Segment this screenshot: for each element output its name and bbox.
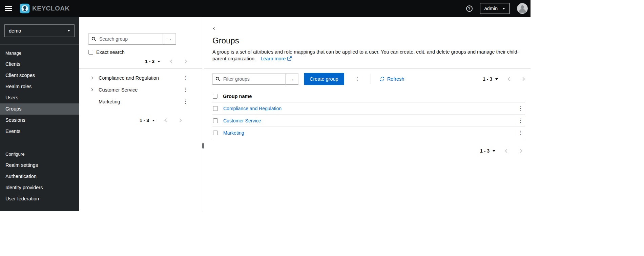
groups-page: Groups A group is a set of attributes an… xyxy=(204,17,531,211)
divider xyxy=(79,68,202,69)
group-tree-panel: → Exact search 1 - 3 Compliance and Regu… xyxy=(79,17,202,211)
external-link-icon xyxy=(287,56,292,62)
nav-section-title: Configure xyxy=(0,146,79,160)
row-checkbox[interactable] xyxy=(213,118,218,123)
table-row: Compliance and Regulation ⋮ xyxy=(212,102,525,115)
sidebar-item-user-federation[interactable]: User federation xyxy=(0,193,79,204)
group-tree: Compliance and Regulation ⋮ Customer Ser… xyxy=(79,72,202,107)
kebab-menu-icon[interactable]: ⋮ xyxy=(181,98,190,105)
group-name-link[interactable]: Compliance and Regulation xyxy=(223,106,282,111)
tree-item-label[interactable]: Customer Service xyxy=(99,87,181,93)
column-header-group-name: Group name xyxy=(223,94,252,99)
expand-toggle-icon[interactable] xyxy=(90,77,96,79)
angle-left-icon xyxy=(213,27,216,30)
keycloak-logo[interactable]: KEYCLOAK xyxy=(20,3,70,14)
caret-down-icon xyxy=(67,30,70,32)
realm-selector[interactable]: demo xyxy=(4,24,75,37)
row-checkbox[interactable] xyxy=(213,131,218,135)
expand-toggle-icon[interactable] xyxy=(90,89,96,91)
caret-down-icon xyxy=(152,120,155,121)
filter-submit-button[interactable]: → xyxy=(286,73,298,85)
toolbar-kebab-icon[interactable]: ⋮ xyxy=(353,76,362,82)
tree-item[interactable]: Customer Service ⋮ xyxy=(79,84,202,96)
filter-group: → xyxy=(212,73,298,85)
sidebar-nav: demo Manage Clients Client scopes Realm … xyxy=(0,17,79,211)
exact-search-checkbox[interactable] xyxy=(88,50,93,55)
angle-right-icon xyxy=(178,118,182,122)
page-title: Groups xyxy=(212,36,525,45)
angle-right-icon xyxy=(183,59,187,63)
tree-search-group: → xyxy=(88,33,202,45)
prev-page-button[interactable] xyxy=(170,59,174,63)
sidebar-item-authentication[interactable]: Authentication xyxy=(0,171,79,182)
page-body: demo Manage Clients Client scopes Realm … xyxy=(0,17,531,211)
masthead-actions: ? admin xyxy=(466,3,528,14)
sidebar-item-groups[interactable]: Groups xyxy=(0,103,79,115)
next-page-button[interactable] xyxy=(183,59,187,63)
keycloak-admin-console: KEYCLOAK ? admin demo xyxy=(0,0,531,211)
sidebar-item-identity-providers[interactable]: Identity providers xyxy=(0,182,79,193)
learn-more-link[interactable]: Learn more xyxy=(261,56,292,61)
refresh-icon xyxy=(380,77,385,81)
angle-left-icon xyxy=(505,149,508,153)
kebab-menu-icon[interactable]: ⋮ xyxy=(181,75,190,81)
tree-item[interactable]: Compliance and Regulation ⋮ xyxy=(79,72,202,84)
tree-item[interactable]: Marketing ⋮ xyxy=(79,96,202,107)
group-name-link[interactable]: Customer Service xyxy=(223,118,261,123)
refresh-button[interactable]: Refresh xyxy=(380,76,404,82)
tree-item-label[interactable]: Compliance and Regulation xyxy=(99,75,181,81)
splitter-grip-icon[interactable] xyxy=(202,143,204,149)
angle-left-icon xyxy=(164,118,168,122)
realm-selector-value: demo xyxy=(9,28,21,34)
angle-left-icon xyxy=(507,77,511,81)
groups-table: Group name Compliance and Regulation ⋮ C… xyxy=(212,90,525,139)
prev-page-button[interactable] xyxy=(164,118,168,122)
tree-search-input[interactable] xyxy=(88,33,163,45)
pagination-menu-toggle[interactable]: 1 - 3 xyxy=(145,59,160,64)
next-page-button[interactable] xyxy=(521,77,525,81)
avatar[interactable] xyxy=(517,3,528,14)
group-name-link[interactable]: Marketing xyxy=(223,130,244,136)
refresh-label: Refresh xyxy=(387,76,404,82)
table-pagination-top: 1 - 3 xyxy=(483,76,525,82)
row-checkbox[interactable] xyxy=(213,106,218,111)
filter-groups-input[interactable] xyxy=(212,73,286,85)
next-page-button[interactable] xyxy=(178,118,182,122)
nav-section-manage: Manage Clients Client scopes Realm roles… xyxy=(0,45,79,137)
keycloak-logo-icon xyxy=(20,3,30,14)
row-kebab-icon[interactable]: ⋮ xyxy=(516,105,525,112)
tree-item-label[interactable]: Marketing xyxy=(99,99,181,104)
pagination-menu-toggle[interactable]: 1 - 3 xyxy=(480,148,495,154)
sidebar-item-realm-settings[interactable]: Realm settings xyxy=(0,160,79,171)
prev-page-button[interactable] xyxy=(505,149,509,153)
divider xyxy=(371,74,371,84)
collapse-tree-button[interactable] xyxy=(212,26,216,31)
create-group-button[interactable]: Create group xyxy=(304,73,344,85)
angle-left-icon xyxy=(170,59,173,63)
panel-splitter[interactable] xyxy=(202,17,204,211)
help-icon[interactable]: ? xyxy=(466,5,473,12)
pagination-menu-toggle[interactable]: 1 - 3 xyxy=(140,118,155,123)
nav-section-configure: Configure Realm settings Authentication … xyxy=(0,146,79,204)
table-row: Marketing ⋮ xyxy=(212,127,525,139)
row-kebab-icon[interactable]: ⋮ xyxy=(516,117,525,124)
nav-toggle-button[interactable] xyxy=(5,6,12,11)
user-menu[interactable]: admin xyxy=(480,3,510,14)
sidebar-item-client-scopes[interactable]: Client scopes xyxy=(0,70,79,81)
search-icon xyxy=(215,77,220,81)
table-row: Customer Service ⋮ xyxy=(212,115,525,127)
sidebar-item-sessions[interactable]: Sessions xyxy=(0,115,79,126)
select-all-checkbox[interactable] xyxy=(213,94,217,99)
sidebar-item-realm-roles[interactable]: Realm roles xyxy=(0,81,79,92)
sidebar-item-users[interactable]: Users xyxy=(0,92,79,103)
prev-page-button[interactable] xyxy=(507,77,512,81)
tree-pagination-bottom: 1 - 3 xyxy=(79,118,202,123)
kebab-menu-icon[interactable]: ⋮ xyxy=(181,86,190,93)
row-kebab-icon[interactable]: ⋮ xyxy=(516,130,525,136)
sidebar-item-clients[interactable]: Clients xyxy=(0,59,79,70)
sidebar-item-events[interactable]: Events xyxy=(0,126,79,137)
tree-search-submit-button[interactable]: → xyxy=(163,33,176,45)
pagination-menu-toggle[interactable]: 1 - 3 xyxy=(483,76,498,82)
caret-down-icon xyxy=(158,61,160,62)
next-page-button[interactable] xyxy=(518,149,522,153)
